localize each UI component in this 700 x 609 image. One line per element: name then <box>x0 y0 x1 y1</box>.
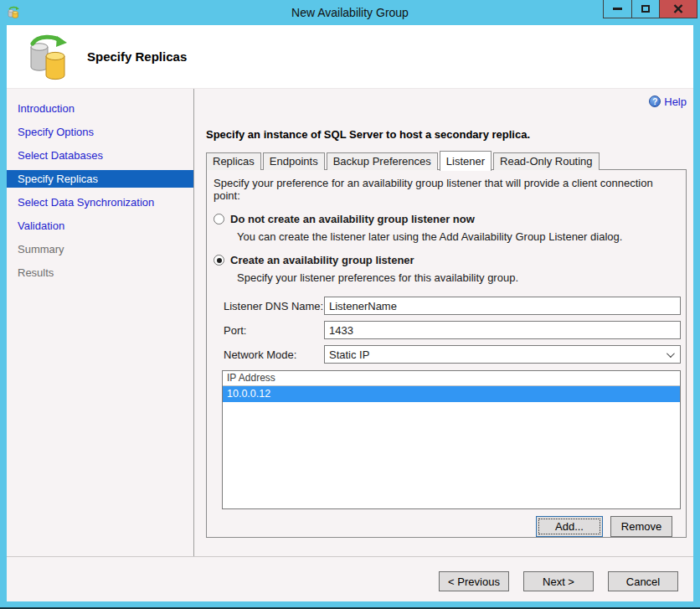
listener-form: Listener DNS Name: Port: Network Mode: S… <box>224 297 681 364</box>
remove-button[interactable]: Remove <box>610 516 672 537</box>
tab-strip: Replicas Endpoints Backup Preferences Li… <box>206 151 687 170</box>
radio-create-listener-description: Specify your listener preferences for th… <box>237 271 686 284</box>
next-button[interactable]: Next > <box>523 571 594 591</box>
maximize-button[interactable] <box>631 0 659 18</box>
ip-list-row[interactable]: 10.0.0.12 <box>223 386 680 402</box>
cancel-button[interactable]: Cancel <box>608 571 678 591</box>
tab-listener[interactable]: Listener <box>440 151 492 171</box>
help-row: ? Help <box>206 94 687 109</box>
titlebar: New Availability Group <box>0 0 700 25</box>
radio-no-listener[interactable] <box>214 214 224 225</box>
help-icon: ? <box>649 95 661 107</box>
tab-backup-preferences[interactable]: Backup Preferences <box>327 152 438 170</box>
sidebar-item-introduction[interactable]: Introduction <box>7 97 193 121</box>
sidebar-item-select-data-synchronization[interactable]: Select Data Synchronization <box>7 191 193 214</box>
sidebar-item-select-databases[interactable]: Select Databases <box>7 144 193 168</box>
port-input[interactable] <box>324 321 681 339</box>
network-mode-label: Network Mode: <box>224 348 324 361</box>
step-heading: Specify an instance of SQL Server to hos… <box>206 128 687 141</box>
radio-create-listener[interactable] <box>214 255 224 266</box>
sidebar-item-validation[interactable]: Validation <box>7 214 193 238</box>
radio-selected-dot <box>217 258 222 263</box>
chevron-down-icon <box>667 349 675 358</box>
radio-no-listener-label: Do not create an availability group list… <box>230 213 475 225</box>
wizard-steps-sidebar: Introduction Specify Options Select Data… <box>7 89 194 556</box>
close-icon <box>673 4 683 13</box>
sidebar-item-specify-replicas[interactable]: Specify Replicas <box>7 170 193 188</box>
dialog-body: Specify Replicas Introduction Specify Op… <box>7 25 693 601</box>
sidebar-item-specify-options[interactable]: Specify Options <box>7 121 193 144</box>
page-title: Specify Replicas <box>87 49 187 64</box>
help-link[interactable]: ? Help <box>649 95 687 108</box>
listener-intro-text: Specify your preference for an availabil… <box>207 170 686 202</box>
window-controls <box>603 0 697 18</box>
main-panel: ? Help Specify an instance of SQL Server… <box>194 89 693 556</box>
minimize-button[interactable] <box>604 0 631 18</box>
tab-endpoints[interactable]: Endpoints <box>263 152 325 170</box>
add-button[interactable]: Add... <box>536 516 603 537</box>
replicas-database-icon <box>25 33 70 81</box>
radio-group-no-listener: Do not create an availability group list… <box>207 213 686 243</box>
help-label: Help <box>664 95 687 108</box>
dns-name-label: Listener DNS Name: <box>224 300 324 312</box>
ip-list-column-header: IP Address <box>223 371 680 386</box>
listener-tab-panel: Specify your preference for an availabil… <box>206 169 687 538</box>
radio-create-listener-label: Create an availability group listener <box>230 254 414 266</box>
previous-button[interactable]: < Previous <box>439 571 509 591</box>
radio-group-create-listener: Create an availability group listener Sp… <box>207 254 686 284</box>
close-button[interactable] <box>659 0 697 18</box>
tab-read-only-routing[interactable]: Read-Only Routing <box>493 152 600 170</box>
maximize-icon <box>641 5 650 13</box>
ip-address-list: IP Address 10.0.0.12 <box>222 370 681 509</box>
tab-replicas[interactable]: Replicas <box>206 152 261 170</box>
network-mode-value: Static IP <box>329 348 667 361</box>
window-title: New Availability Group <box>0 6 700 19</box>
sidebar-item-summary: Summary <box>7 238 193 261</box>
port-label: Port: <box>224 324 324 337</box>
ip-list-actions: Add... Remove <box>207 516 672 537</box>
content-row: Introduction Specify Options Select Data… <box>7 89 693 556</box>
wizard-window: New Availability Group Spec <box>0 0 700 609</box>
dns-name-input[interactable] <box>324 297 681 315</box>
minimize-icon <box>613 8 622 10</box>
radio-no-listener-description: You can create the listener later using … <box>237 230 686 243</box>
wizard-footer: < Previous Next > Cancel <box>7 556 693 601</box>
network-mode-select[interactable]: Static IP <box>324 345 681 364</box>
sidebar-item-results: Results <box>7 261 193 285</box>
wizard-header: Specify Replicas <box>7 25 693 89</box>
